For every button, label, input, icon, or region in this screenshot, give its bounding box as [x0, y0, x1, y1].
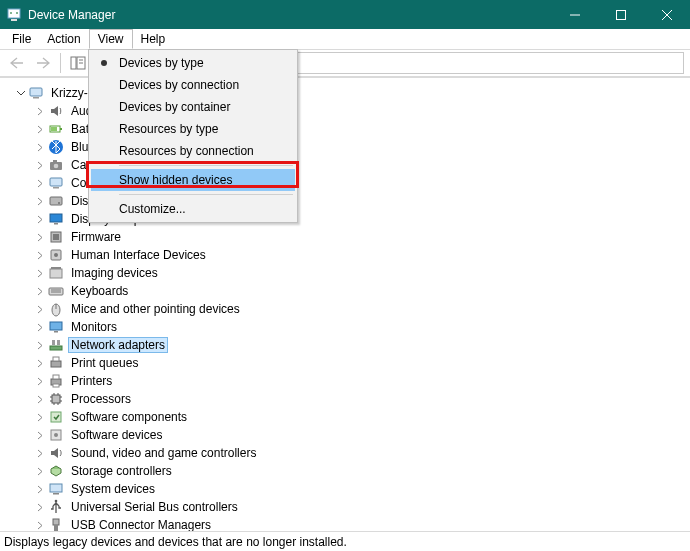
- menu-devices-by-type[interactable]: Devices by type: [91, 52, 295, 74]
- processor-icon: [48, 391, 64, 407]
- svg-rect-21: [50, 178, 62, 186]
- chevron-right-icon[interactable]: [34, 195, 46, 207]
- menu-resources-by-type[interactable]: Resources by type: [91, 118, 295, 140]
- tree-item[interactable]: Universal Serial Bus controllers: [8, 498, 690, 516]
- tree-item[interactable]: Software components: [8, 408, 690, 426]
- chevron-right-icon[interactable]: [34, 447, 46, 459]
- menu-separator: [119, 165, 293, 166]
- chevron-right-icon[interactable]: [34, 159, 46, 171]
- tree-item-label: Keyboards: [68, 283, 131, 299]
- tree-item[interactable]: Printers: [8, 372, 690, 390]
- tree-item[interactable]: Human Interface Devices: [8, 246, 690, 264]
- svg-point-19: [54, 164, 59, 169]
- menu-item-label: Devices by connection: [119, 78, 239, 92]
- menu-file[interactable]: File: [4, 30, 39, 48]
- svg-rect-5: [617, 10, 626, 19]
- chevron-right-icon[interactable]: [34, 303, 46, 315]
- menu-item-label: Devices by container: [119, 100, 230, 114]
- tree-item-label: USB Connector Managers: [68, 517, 214, 531]
- show-hide-tree-button[interactable]: [66, 52, 90, 74]
- svg-point-3: [16, 12, 18, 14]
- tree-item-label: Network adapters: [68, 337, 168, 353]
- menu-action[interactable]: Action: [39, 30, 88, 48]
- tree-item[interactable]: Storage controllers: [8, 462, 690, 480]
- chevron-right-icon[interactable]: [34, 141, 46, 153]
- menu-item-label: Devices by type: [119, 56, 204, 70]
- printer-icon: [48, 373, 64, 389]
- forward-button[interactable]: [31, 52, 55, 74]
- chevron-right-icon[interactable]: [34, 465, 46, 477]
- firmware-icon: [48, 229, 64, 245]
- svg-rect-31: [50, 269, 62, 278]
- view-menu-dropdown: Devices by type Devices by connection De…: [88, 49, 298, 223]
- tree-item[interactable]: Mice and other pointing devices: [8, 300, 690, 318]
- tree-item[interactable]: Software devices: [8, 426, 690, 444]
- tree-item-label: System devices: [68, 481, 158, 497]
- storage-icon: [48, 463, 64, 479]
- menu-customize[interactable]: Customize...: [91, 198, 295, 220]
- chevron-right-icon[interactable]: [34, 249, 46, 261]
- app-icon: [6, 7, 22, 23]
- svg-rect-61: [53, 493, 59, 495]
- tree-item[interactable]: System devices: [8, 480, 690, 498]
- tree-item-label: Human Interface Devices: [68, 247, 209, 263]
- swcomp-icon: [48, 409, 64, 425]
- svg-rect-16: [51, 127, 57, 131]
- minimize-button[interactable]: [552, 0, 598, 29]
- chevron-right-icon[interactable]: [34, 105, 46, 117]
- computer-icon: [48, 175, 64, 191]
- tree-item-label: Print queues: [68, 355, 141, 371]
- chevron-right-icon[interactable]: [34, 123, 46, 135]
- tree-item-label: Software components: [68, 409, 190, 425]
- maximize-button[interactable]: [598, 0, 644, 29]
- svg-rect-60: [50, 484, 62, 492]
- imaging-icon: [48, 265, 64, 281]
- tree-item[interactable]: Monitors: [8, 318, 690, 336]
- tree-item[interactable]: Sound, video and game controllers: [8, 444, 690, 462]
- chevron-right-icon[interactable]: [34, 177, 46, 189]
- chevron-right-icon[interactable]: [34, 231, 46, 243]
- menu-show-hidden-devices[interactable]: Show hidden devices: [91, 169, 295, 191]
- chevron-right-icon[interactable]: [34, 339, 46, 351]
- chevron-right-icon[interactable]: [34, 411, 46, 423]
- chevron-right-icon[interactable]: [34, 285, 46, 297]
- svg-point-59: [54, 433, 58, 437]
- chevron-right-icon[interactable]: [34, 357, 46, 369]
- menu-view[interactable]: View: [89, 29, 133, 49]
- menu-item-label: Customize...: [119, 202, 186, 216]
- close-button[interactable]: [644, 0, 690, 29]
- menu-devices-by-connection[interactable]: Devices by connection: [91, 74, 295, 96]
- menu-help[interactable]: Help: [133, 30, 174, 48]
- tree-item[interactable]: Network adapters: [8, 336, 690, 354]
- svg-rect-40: [50, 346, 62, 350]
- chevron-right-icon[interactable]: [34, 393, 46, 405]
- chevron-right-icon[interactable]: [34, 483, 46, 495]
- chevron-right-icon[interactable]: [34, 519, 46, 531]
- title-bar: Device Manager: [0, 0, 690, 29]
- window-title: Device Manager: [28, 8, 115, 22]
- tree-item[interactable]: USB Connector Managers: [8, 516, 690, 531]
- chevron-right-icon[interactable]: [34, 321, 46, 333]
- menu-resources-by-connection[interactable]: Resources by connection: [91, 140, 295, 162]
- usb-icon: [48, 499, 64, 515]
- menu-item-label: Resources by connection: [119, 144, 254, 158]
- tree-item[interactable]: Keyboards: [8, 282, 690, 300]
- tree-item[interactable]: Firmware: [8, 228, 690, 246]
- menu-item-label: Show hidden devices: [119, 173, 232, 187]
- tree-item[interactable]: Print queues: [8, 354, 690, 372]
- chevron-right-icon[interactable]: [34, 213, 46, 225]
- menu-devices-by-container[interactable]: Devices by container: [91, 96, 295, 118]
- computer-root-icon: [28, 85, 44, 101]
- tree-item[interactable]: Processors: [8, 390, 690, 408]
- chevron-right-icon[interactable]: [34, 375, 46, 387]
- tree-item-label: Universal Serial Bus controllers: [68, 499, 241, 515]
- chevron-right-icon[interactable]: [34, 501, 46, 513]
- back-button[interactable]: [5, 52, 29, 74]
- tree-item[interactable]: Imaging devices: [8, 264, 690, 282]
- disk-icon: [48, 193, 64, 209]
- chevron-right-icon[interactable]: [34, 429, 46, 441]
- audio-icon: [48, 103, 64, 119]
- battery-icon: [48, 121, 64, 137]
- chevron-down-icon[interactable]: [14, 87, 26, 99]
- chevron-right-icon[interactable]: [34, 267, 46, 279]
